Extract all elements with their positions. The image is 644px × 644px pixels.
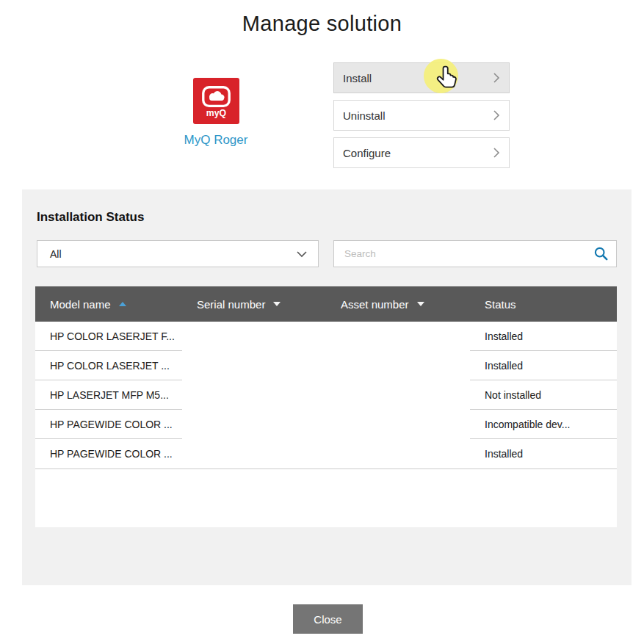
- serial-cell: [182, 380, 326, 410]
- model-cell: HP COLOR LASERJET F...: [35, 322, 182, 351]
- table-row[interactable]: HP PAGEWIDE COLOR ... Installed: [35, 439, 617, 469]
- myq-logo-icon: myQ: [193, 78, 239, 124]
- status-cell: Installed: [470, 439, 617, 468]
- status-cell: Not installed: [470, 380, 617, 410]
- model-cell: HP LASERJET MFP M5...: [35, 380, 182, 410]
- search-box: [333, 240, 617, 267]
- table-header-row: Model name Serial number Asset number St…: [35, 286, 617, 322]
- table-row[interactable]: HP COLOR LASERJET ... Installed: [35, 351, 617, 380]
- installation-status-panel: Installation Status All Model name Seria…: [22, 189, 632, 585]
- configure-button-label: Configure: [343, 147, 391, 159]
- svg-text:myQ: myQ: [206, 108, 226, 118]
- serial-cell: [182, 439, 326, 468]
- chevron-right-icon: [493, 147, 500, 159]
- status-cell: Installed: [470, 351, 617, 380]
- chevron-right-icon: [493, 109, 500, 121]
- status-cell: Installed: [470, 322, 617, 351]
- serial-cell: [182, 410, 326, 439]
- install-button-label: Install: [343, 72, 372, 84]
- asset-cell: [326, 380, 470, 410]
- model-cell: HP PAGEWIDE COLOR ...: [35, 410, 182, 439]
- column-header-status[interactable]: Status: [470, 286, 617, 322]
- column-header-asset-number[interactable]: Asset number: [326, 286, 470, 322]
- close-button[interactable]: Close: [293, 604, 363, 634]
- uninstall-button[interactable]: Uninstall: [333, 100, 510, 131]
- page-title: Manage solution: [0, 12, 644, 36]
- solution-block: myQ MyQ Roger: [184, 78, 248, 148]
- configure-button[interactable]: Configure: [333, 137, 510, 168]
- status-cell: Incompatible dev...: [470, 410, 617, 439]
- model-cell: HP PAGEWIDE COLOR ...: [35, 439, 182, 468]
- asset-cell: [326, 410, 470, 439]
- sort-desc-icon: [417, 302, 424, 306]
- search-input[interactable]: [343, 247, 593, 260]
- device-table: Model name Serial number Asset number St…: [35, 286, 617, 527]
- asset-cell: [326, 439, 470, 468]
- serial-cell: [182, 351, 326, 380]
- column-header-serial-number[interactable]: Serial number: [182, 286, 326, 322]
- asset-cell: [326, 351, 470, 380]
- model-cell: HP COLOR LASERJET ...: [35, 351, 182, 380]
- status-filter-dropdown[interactable]: All: [37, 240, 319, 267]
- search-icon[interactable]: [593, 246, 609, 261]
- uninstall-button-label: Uninstall: [343, 109, 386, 122]
- install-button[interactable]: Install: [333, 62, 510, 93]
- asset-cell: [326, 322, 470, 351]
- chevron-right-icon: [493, 72, 500, 84]
- chevron-down-icon: [296, 250, 308, 258]
- status-filter-value: All: [50, 248, 62, 260]
- serial-cell: [182, 322, 326, 351]
- table-row[interactable]: HP LASERJET MFP M5... Not installed: [35, 380, 617, 410]
- column-header-model-name[interactable]: Model name: [35, 286, 182, 322]
- sort-asc-icon: [119, 302, 126, 306]
- table-row[interactable]: HP PAGEWIDE COLOR ... Incompatible dev..…: [35, 410, 617, 439]
- sort-desc-icon: [273, 302, 281, 306]
- table-row[interactable]: HP COLOR LASERJET F... Installed: [35, 322, 617, 351]
- panel-heading: Installation Status: [37, 210, 144, 225]
- solution-name: MyQ Roger: [184, 133, 248, 148]
